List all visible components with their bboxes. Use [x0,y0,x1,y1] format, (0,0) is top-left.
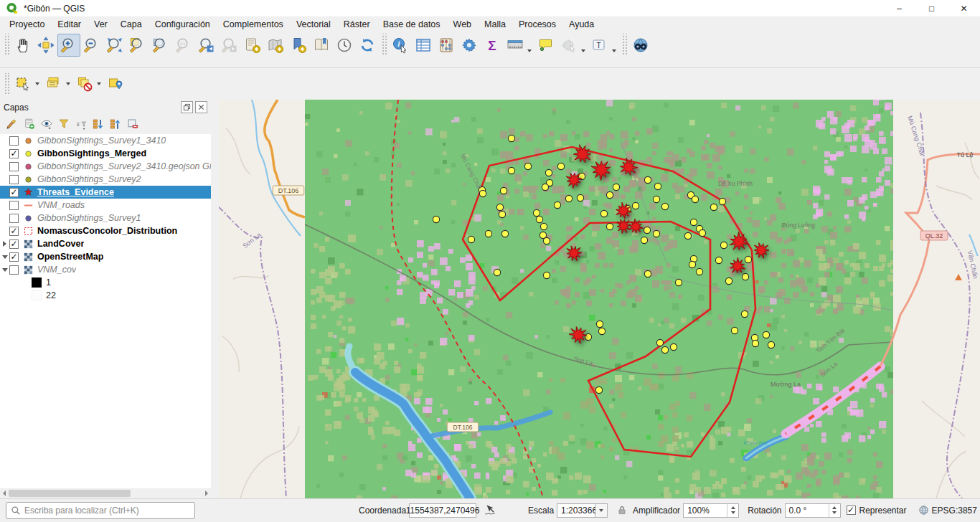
layer-visibility-checkbox[interactable]: ✓ [9,239,19,249]
expand-icon[interactable] [3,241,6,247]
zoom-to-selection-button[interactable] [126,34,149,57]
panel-splitter[interactable] [211,100,219,498]
metasearch-button[interactable] [629,34,652,57]
toolbar-grip[interactable] [4,34,9,55]
menu-ayuda[interactable]: Ayuda [562,17,600,32]
layer-visibility-checkbox[interactable] [9,214,19,223]
select-by-location-button[interactable] [104,72,127,95]
toolbar-grip[interactable] [381,34,387,55]
text-annotation-dropdown-icon[interactable] [612,49,616,52]
layer-row-gibbonsightings-survey2[interactable]: GibbonSightings_Survey2 [0,173,211,186]
deselect-all-button[interactable] [73,72,96,95]
menu-configuración[interactable]: Configuración [149,17,217,32]
menu-proyecto[interactable]: Proyecto [3,17,51,32]
layer-visibility-checkbox[interactable] [9,162,19,171]
scale-dropdown-button[interactable] [595,503,608,518]
layer-visibility-checkbox[interactable] [9,201,19,210]
layer-row-vnm-cov[interactable]: VNM_cov [0,263,211,276]
panel-close-button[interactable] [195,101,207,113]
close-button[interactable]: ✕ [948,0,980,16]
new-3d-map-view-button[interactable] [264,34,287,57]
pan-to-selection-button[interactable] [34,34,57,57]
collapse-icon[interactable] [2,268,8,272]
temporal-controller-button[interactable] [333,34,356,57]
menu-base-de-datos[interactable]: Base de datos [377,17,447,32]
select-by-value-button[interactable] [42,72,65,95]
select-features-button[interactable] [11,72,34,95]
magnifier-spin-buttons[interactable] [727,504,738,517]
manage-map-themes-button[interactable] [38,116,55,132]
rotation-spinbox[interactable]: 0.0 ° [785,503,841,518]
add-group-button[interactable] [21,116,38,132]
text-annotation-button[interactable]: T [588,34,611,57]
identify-features-button[interactable]: i [389,34,412,57]
layer-row-gibbonsightings-survey1[interactable]: GibbonSightings_Survey1 [0,212,211,224]
layer-row-landcover[interactable]: ✓LandCover [0,237,211,250]
layer-row-gibbonsightings-survey1-3410[interactable]: GibbonSightings_Survey1_3410 [0,134,211,147]
collapse-icon[interactable] [2,255,8,259]
layer-row-nomascusconcolor-distribution[interactable]: ✓NomascusConcolor_Distribution [0,224,211,237]
processing-toolbox-button[interactable] [458,34,481,57]
menu-procesos[interactable]: Procesos [512,17,562,32]
crs-globe-icon[interactable] [918,505,929,516]
filter-legend-button[interactable] [55,116,72,132]
collapse-all-button[interactable] [107,116,124,132]
layer-visibility-checkbox[interactable]: ✓ [9,149,19,158]
scroll-right-icon[interactable] [205,490,208,496]
layer-visibility-checkbox[interactable] [9,136,19,146]
measure-dropdown-icon[interactable] [527,49,532,52]
render-checkbox[interactable]: ✓ [847,506,856,515]
show-bookmarks-button[interactable] [310,34,333,57]
refresh-button[interactable] [356,34,379,57]
locator-search-input[interactable]: Escriba para localizar (Ctrl+K) [6,502,195,519]
deselect-all-dropdown-icon[interactable] [97,82,101,85]
new-spatial-bookmark-button[interactable] [287,34,310,57]
run-feature-action-dropdown-icon[interactable] [581,49,585,52]
menu-editar[interactable]: Editar [51,17,88,32]
toolbar-grip[interactable] [4,73,9,95]
layer-row-gibbonsightings-merged[interactable]: ✓GibbonSightings_Merged [0,147,211,160]
select-features-dropdown-icon[interactable] [35,82,39,85]
maximize-button[interactable]: □ [915,0,948,16]
lock-scale-icon[interactable] [616,506,627,516]
layer-visibility-checkbox[interactable] [9,175,19,184]
new-map-view-button[interactable] [241,34,264,57]
zoom-in-button[interactable] [57,34,80,57]
map-tips-button[interactable] [534,34,557,57]
statistical-summary-button[interactable] [435,34,458,57]
measure-button[interactable] [504,34,527,57]
layer-visibility-checkbox[interactable]: ✓ [9,188,19,197]
crs-status[interactable]: EPSG:3857 [932,506,977,516]
menu-web[interactable]: Web [447,17,478,32]
menu-complementos[interactable]: Complementos [217,17,290,32]
zoom-out-button[interactable] [80,34,103,57]
map-canvas[interactable]: DT.106DT.106QL.32Sơn LaMù Cang ChảiSon L… [219,100,980,498]
zoom-full-extent-button[interactable] [103,34,126,57]
layer-row-gibbonsightings-survey2-3410-geojson-gib[interactable]: GibbonSightings_Survey2_3410.geojson Gib… [0,160,211,173]
expand-all-button[interactable] [90,116,107,132]
layer-visibility-checkbox[interactable]: ✓ [9,227,19,236]
layer-visibility-checkbox[interactable] [9,265,19,275]
menu-vectorial[interactable]: Vectorial [290,17,337,32]
toolbar-grip[interactable] [621,34,627,55]
sum-features-button[interactable]: Σ [481,34,504,57]
magnifier-spinbox[interactable]: 100% [683,503,739,518]
menu-ver[interactable]: Ver [88,17,114,32]
menu-malla[interactable]: Malla [478,17,512,32]
scroll-left-icon[interactable] [3,490,6,496]
attribute-table-button[interactable] [412,34,435,57]
filter-expression-button[interactable]: ε [72,116,90,132]
rotation-spin-buttons[interactable] [829,504,840,517]
menu-capa[interactable]: Capa [114,17,149,32]
minimize-button[interactable]: – [883,0,915,16]
pan-hand-button[interactable] [11,34,34,57]
panel-float-button[interactable] [181,101,193,113]
zoom-to-layer-button[interactable] [149,34,172,57]
layers-panel-hscrollbar[interactable] [0,488,211,498]
layer-visibility-checkbox[interactable]: ✓ [9,252,19,262]
remove-layer-button[interactable] [124,116,141,132]
hscroll-thumb[interactable] [9,490,131,497]
layer-row-threats-evidence[interactable]: ✓Threats_Evidence [0,186,211,199]
layer-row-vnm-roads[interactable]: VNM_roads [0,199,211,212]
coordinate-input[interactable]: 11554387,2470496 [409,503,476,518]
